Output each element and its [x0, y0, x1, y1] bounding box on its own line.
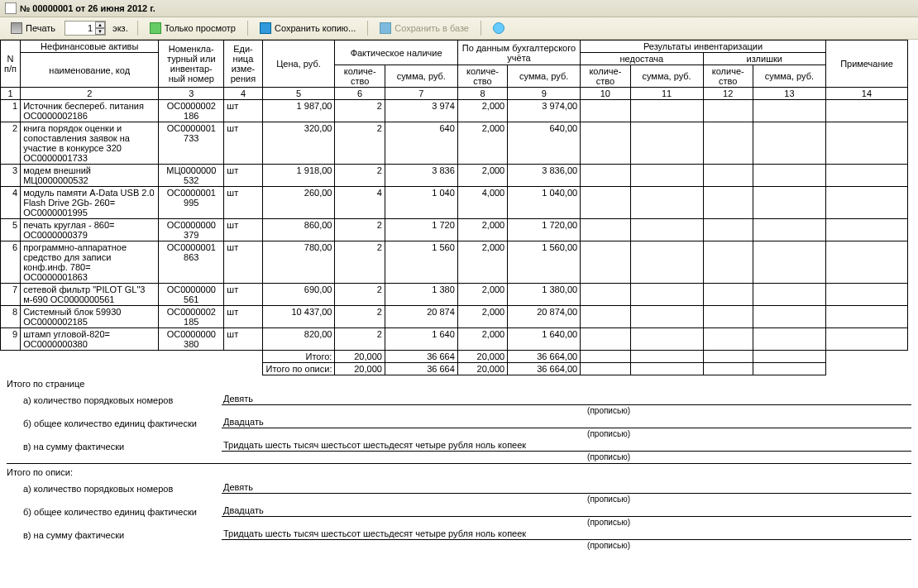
cell-aq: 2,000 [457, 284, 507, 306]
cell-n: 6 [1, 241, 21, 284]
summary-line-v: в) на сумму фактически Тридцать шесть ты… [7, 440, 911, 452]
table-row[interactable]: 6программно-аппаратное средство для запи… [1, 241, 908, 284]
cell-name: штамп угловой-820= ОС0000000380 [21, 328, 159, 351]
cell-name: Источник беспереб. питания ОС0000002186 [21, 100, 159, 122]
table-row[interactable]: 9штамп угловой-820= ОС0000000380ОС000000… [1, 328, 908, 351]
cell-as: 1 720,00 [508, 219, 581, 241]
cell-note [825, 122, 907, 165]
cell-short-q [581, 284, 630, 306]
cell-surp-q [703, 165, 753, 187]
copies-down[interactable]: ▼ [95, 28, 105, 35]
cell-short-q [581, 328, 630, 351]
cell-nomen: ОС0000001 995 [159, 187, 224, 219]
summary-v2-label: в) на сумму фактически [7, 530, 222, 540]
cell-aq: 2,000 [457, 219, 507, 241]
save-icon [260, 22, 271, 34]
th-acct-sum: сумма, руб. [508, 65, 581, 88]
table-row[interactable]: 8Системный блок 59930 ОС0000002185ОС0000… [1, 306, 908, 328]
cell-aq: 2,000 [457, 165, 507, 187]
itogo-opis-label: Итого по описи: [262, 363, 335, 375]
table-row[interactable]: 7сетевой фильтр "PILOT GL"3 м-690 ОС0000… [1, 284, 908, 306]
cell-fq: 2 [335, 100, 385, 122]
th-fact: Фактическое наличие [335, 41, 457, 65]
cell-surp-q [703, 306, 753, 328]
summary-a2-label: а) количество порядковых номеров [7, 484, 222, 494]
cell-name: модем внешний МЦ0000000532 [21, 165, 159, 187]
th-short-sum: сумма, руб. [630, 65, 703, 88]
cell-fq: 2 [335, 328, 385, 351]
itogo-fq: 20,000 [335, 351, 385, 363]
cell-price: 1 918,00 [262, 165, 335, 187]
opis-fq: 20,000 [335, 363, 385, 375]
summary-line-a2: а) количество порядковых номеров Девять … [7, 482, 911, 494]
cell-as: 640,00 [508, 122, 581, 165]
cell-name: модуль памяти A-Data USB 2.0 Flash Drive… [21, 187, 159, 219]
cell-surp-s [753, 122, 825, 165]
cell-unit: шт [224, 187, 262, 219]
colnum: 1 [1, 88, 21, 100]
cell-short-s [630, 100, 703, 122]
print-button[interactable]: Печать [5, 20, 61, 36]
cell-surp-q [703, 219, 753, 241]
th-nomen: Номенкла- турный или инвентар- ный номер [159, 41, 224, 88]
cell-surp-s [753, 100, 825, 122]
cell-note [825, 187, 907, 219]
cell-surp-q [703, 284, 753, 306]
cell-surp-s [753, 165, 825, 187]
opis-fs: 36 664 [385, 363, 457, 375]
cell-surp-q [703, 187, 753, 219]
cell-aq: 4,000 [457, 187, 507, 219]
cell-price: 860,00 [262, 219, 335, 241]
cell-as: 3 836,00 [508, 165, 581, 187]
help-icon [493, 22, 504, 34]
table-row[interactable]: 2книга порядок оценки и сопоставления за… [1, 122, 908, 165]
colnum: 9 [508, 88, 581, 100]
cell-nomen: МЦ0000000 532 [159, 165, 224, 187]
page-summary-title: Итого по странице [7, 379, 911, 389]
summary-v-value: Тридцать шесть тысяч шестьсот шестьдесят… [222, 440, 911, 452]
th-name-code: наименование, код [21, 53, 159, 88]
save-copy-label: Сохранить копию... [275, 23, 356, 33]
cell-short-q [581, 122, 630, 165]
table-row[interactable]: 3модем внешний МЦ0000000532МЦ0000000 532… [1, 165, 908, 187]
cell-short-s [630, 328, 703, 351]
cell-nomen: ОС0000000 380 [159, 328, 224, 351]
cell-note [825, 100, 907, 122]
table-row[interactable]: 1Источник беспереб. питания ОС0000002186… [1, 100, 908, 122]
column-numbers-row: 1 2 3 4 5 6 7 8 9 10 11 12 13 14 [1, 88, 908, 100]
colnum: 3 [159, 88, 224, 100]
cell-price: 820,00 [262, 328, 335, 351]
th-short-qty: количе- ство [581, 65, 630, 88]
propis-hint: (прописью) [587, 429, 630, 438]
cell-fq: 2 [335, 122, 385, 165]
opis-summary: Итого по описи: а) количество порядковых… [7, 463, 911, 540]
save-base-button[interactable]: Сохранить в базе [374, 20, 475, 36]
print-icon [11, 22, 22, 34]
itogo-fs: 36 664 [385, 351, 457, 363]
copies-up[interactable]: ▲ [95, 22, 105, 28]
cell-note [825, 219, 907, 241]
copies-input[interactable] [65, 22, 95, 34]
colnum: 10 [581, 88, 630, 100]
save-copy-button[interactable]: Сохранить копию... [254, 20, 361, 36]
cell-as: 20 874,00 [508, 306, 581, 328]
cell-name: книга порядок оценки и сопоставления зая… [21, 122, 159, 165]
copies-spinner[interactable]: ▲ ▼ [65, 21, 106, 36]
view-only-button[interactable]: Только просмотр [144, 20, 241, 36]
table-row[interactable]: 4модуль памяти A-Data USB 2.0 Flash Driv… [1, 187, 908, 219]
cell-short-s [630, 122, 703, 165]
cell-fs: 1 640 [385, 328, 457, 351]
cell-price: 690,00 [262, 284, 335, 306]
itogo-label: Итого: [262, 351, 335, 363]
cell-surp-q [703, 328, 753, 351]
table-row[interactable]: 5печать круглая - 860= ОС0000000379ОС000… [1, 219, 908, 241]
help-button[interactable] [487, 20, 510, 36]
cell-surp-s [753, 306, 825, 328]
cell-unit: шт [224, 328, 262, 351]
cell-note [825, 241, 907, 284]
cell-name: сетевой фильтр "PILOT GL"3 м-690 ОС00000… [21, 284, 159, 306]
document-icon [5, 2, 17, 14]
summary-v2-value: Тридцать шесть тысяч шестьсот шестьдесят… [222, 528, 911, 540]
cell-short-s [630, 306, 703, 328]
cell-short-s [630, 165, 703, 187]
